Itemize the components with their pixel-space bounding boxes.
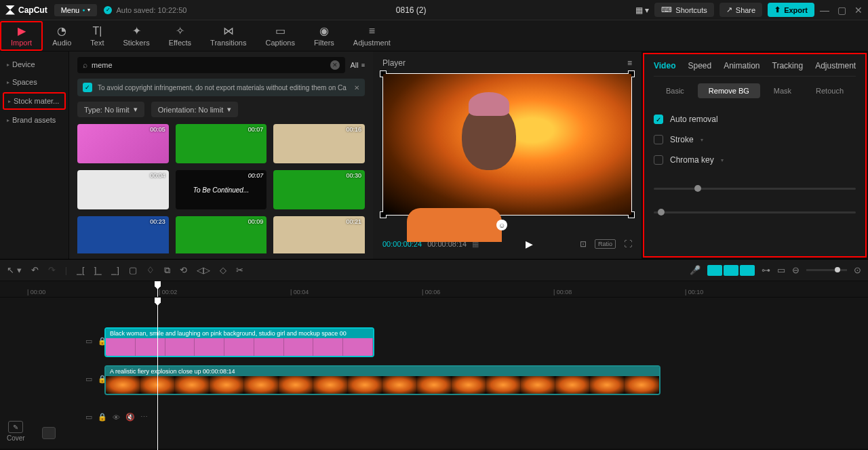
media-thumb[interactable]: 00:07 bbox=[176, 124, 267, 163]
select-tool-icon[interactable]: ↖ ▾ bbox=[7, 265, 22, 275]
menu-button[interactable]: Menu●▾ bbox=[54, 4, 98, 16]
crop-preview-icon[interactable]: ⊡ bbox=[580, 239, 587, 249]
media-thumb[interactable]: 00:04 bbox=[77, 170, 169, 209]
crop-icon[interactable]: ▢ bbox=[129, 265, 137, 275]
search-input[interactable]: ⌕ ✕ bbox=[77, 57, 345, 73]
split-left-icon[interactable]: ]⎯ bbox=[94, 265, 102, 275]
undo-icon[interactable]: ↶ bbox=[31, 265, 39, 275]
slider-1[interactable] bbox=[654, 184, 856, 194]
media-thumb[interactable]: 00:30 bbox=[273, 170, 365, 209]
player-title: Player bbox=[382, 58, 406, 68]
subtab-remove-bg[interactable]: Remove BG bbox=[698, 83, 760, 98]
crop2-icon[interactable]: ✂ bbox=[236, 265, 243, 275]
clip-explosion[interactable]: A realistic fiery explosion close up 00:… bbox=[104, 365, 660, 395]
effects-icon: ✧ bbox=[176, 25, 184, 37]
nav-brandassets[interactable]: Brand assets bbox=[0, 111, 68, 129]
video-preview[interactable] bbox=[382, 73, 632, 216]
marker-tool-icon[interactable]: ♢ bbox=[146, 265, 155, 275]
autosave-status: ✓Auto saved: 10:22:50 bbox=[104, 6, 186, 14]
add-track-button[interactable] bbox=[42, 427, 56, 439]
redo-icon[interactable]: ↷ bbox=[48, 265, 56, 275]
tool-filters[interactable]: ◉Filters bbox=[304, 22, 344, 49]
media-thumb[interactable]: 00:23 bbox=[77, 216, 169, 253]
props-tab-animation[interactable]: Animation bbox=[724, 61, 760, 70]
media-thumb[interactable]: 00:16 bbox=[273, 124, 365, 163]
chroma-key-option[interactable]: Chroma key▾ bbox=[654, 150, 856, 170]
tool-adjustment[interactable]: ≡Adjustment bbox=[344, 22, 400, 49]
nav-device[interactable]: Device bbox=[0, 56, 68, 73]
mic-icon[interactable]: 🎤 bbox=[690, 265, 701, 275]
track-mute-icon[interactable]: 🔇 bbox=[125, 413, 135, 422]
props-tab-adjustment[interactable]: Adjustment bbox=[815, 61, 856, 70]
player-menu-icon[interactable]: ≡ bbox=[627, 58, 632, 68]
ruler-mark: | 00:04 bbox=[290, 289, 309, 295]
share-button[interactable]: ↗ Share bbox=[719, 3, 762, 17]
tool-text[interactable]: T|Text bbox=[81, 22, 113, 49]
subtab-basic[interactable]: Basic bbox=[655, 83, 695, 98]
track-visible-icon[interactable]: 👁 bbox=[113, 413, 120, 422]
media-thumb[interactable]: 00:21 bbox=[273, 216, 365, 253]
transitions-icon: ⋈ bbox=[223, 25, 234, 37]
track-collapse-icon[interactable]: ▭ bbox=[85, 413, 92, 422]
layout-icon[interactable]: ▦ ▾ bbox=[635, 5, 649, 15]
track-collapse-icon[interactable]: ▭ bbox=[85, 337, 92, 346]
copyright-warning: ✓To avoid copyright infringement, do not… bbox=[77, 79, 365, 96]
props-tab-video[interactable]: Video bbox=[654, 61, 675, 70]
media-thumb[interactable]: 00:07To Be Continued... bbox=[176, 170, 267, 209]
rotate-icon[interactable]: ◇ bbox=[220, 265, 226, 275]
link-icon[interactable]: ⊶ bbox=[762, 265, 770, 275]
magnet-2-icon[interactable] bbox=[724, 265, 738, 276]
split-icon[interactable]: ⎯[ bbox=[77, 265, 85, 275]
shortcuts-button[interactable]: ⌨ Shortcuts bbox=[654, 3, 713, 17]
props-tab-speed[interactable]: Speed bbox=[688, 61, 711, 70]
subtab-retouch[interactable]: Retouch bbox=[805, 83, 854, 98]
props-tab-tracking[interactable]: Tracking bbox=[772, 61, 804, 70]
export-button[interactable]: ⬆ Export bbox=[768, 3, 814, 17]
clip-woman[interactable]: Black woman, smile and laughing on pink … bbox=[104, 327, 374, 357]
all-filter-button[interactable]: All ≡ bbox=[351, 61, 366, 69]
tool-audio[interactable]: ◔Audio bbox=[43, 22, 81, 49]
stroke-option[interactable]: Stroke▾ bbox=[654, 129, 856, 150]
tool-transitions[interactable]: ⋈Transitions bbox=[201, 22, 256, 49]
stickers-icon: ✦ bbox=[132, 25, 141, 37]
split-right-icon[interactable]: ⎯] bbox=[111, 265, 119, 275]
subtab-mask[interactable]: Mask bbox=[763, 83, 802, 98]
auto-removal-option[interactable]: ✓Auto removal bbox=[654, 109, 856, 129]
search-icon: ⌕ bbox=[83, 60, 87, 70]
marker-icon[interactable]: ☺ bbox=[496, 220, 507, 230]
maximize-icon[interactable]: ▢ bbox=[837, 5, 846, 16]
orientation-filter[interactable]: Orientation: No limit ▾ bbox=[151, 102, 239, 117]
track-lock-icon[interactable]: 🔒 bbox=[98, 413, 107, 422]
magnet-1-icon[interactable] bbox=[707, 265, 722, 276]
media-thumb[interactable]: 00:09 bbox=[176, 216, 267, 253]
tool-effects[interactable]: ✧Effects bbox=[159, 22, 201, 49]
close-warning-icon[interactable]: ✕ bbox=[354, 84, 359, 91]
mirror-icon[interactable]: ◁▷ bbox=[197, 265, 210, 275]
nav-spaces[interactable]: Spaces bbox=[0, 73, 68, 91]
filters-icon: ◉ bbox=[319, 25, 329, 37]
minimize-icon[interactable]: — bbox=[820, 5, 829, 16]
zoom-fit-icon[interactable]: ⊙ bbox=[854, 265, 861, 275]
tool-import[interactable]: ▶Import bbox=[0, 21, 43, 51]
close-icon[interactable]: ✕ bbox=[854, 5, 863, 16]
cover-button[interactable]: ✎Cover bbox=[7, 421, 25, 442]
copy-icon[interactable]: ⧉ bbox=[164, 265, 170, 276]
tool-stickers[interactable]: ✦Stickers bbox=[114, 22, 159, 49]
fullscreen-icon[interactable]: ⛶ bbox=[624, 239, 632, 249]
import-icon: ▶ bbox=[18, 25, 26, 37]
preview-icon[interactable]: ▭ bbox=[777, 265, 785, 275]
media-thumb[interactable]: 00:05 bbox=[77, 124, 169, 163]
play-button[interactable]: ▶ bbox=[526, 239, 533, 249]
adjustment-icon: ≡ bbox=[369, 25, 375, 37]
type-filter[interactable]: Type: No limit ▾ bbox=[77, 102, 144, 117]
nav-stockmater[interactable]: Stock mater... bbox=[3, 92, 66, 110]
ratio-button[interactable]: Ratio bbox=[595, 239, 616, 249]
track-more-icon[interactable]: ⋯ bbox=[140, 413, 148, 422]
slider-2[interactable] bbox=[654, 207, 856, 218]
track-collapse-icon[interactable]: ▭ bbox=[85, 375, 92, 384]
tool-captions[interactable]: ▭Captions bbox=[256, 22, 304, 49]
clear-search-icon[interactable]: ✕ bbox=[330, 60, 340, 70]
zoom-out-icon[interactable]: ⊖ bbox=[792, 265, 800, 275]
magnet-3-icon[interactable] bbox=[740, 265, 755, 276]
reverse-icon[interactable]: ⟲ bbox=[180, 265, 187, 275]
